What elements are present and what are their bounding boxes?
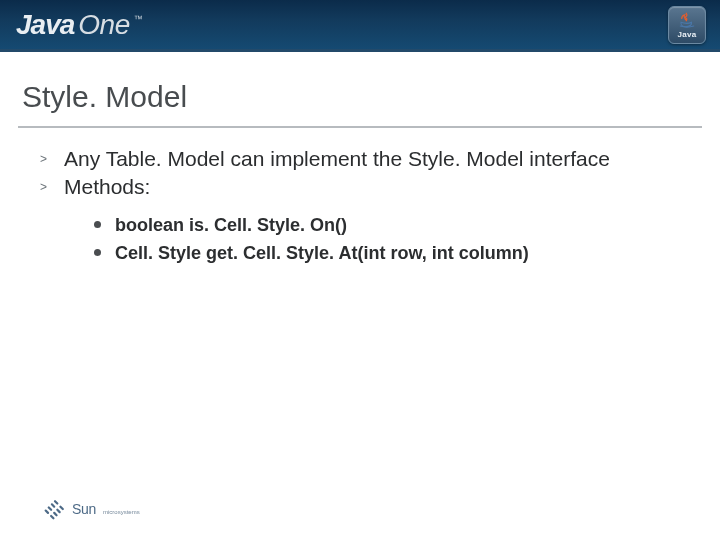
svg-rect-2 — [50, 503, 55, 508]
logo-tm: ™ — [134, 14, 143, 24]
header-bar: JavaOne™ Java — [0, 0, 720, 52]
bullet-text: boolean is. Cell. Style. On() — [115, 213, 347, 237]
sub-bullet-group: boolean is. Cell. Style. On() Cell. Styl… — [40, 203, 680, 266]
bullet-text: Cell. Style get. Cell. Style. At(int row… — [115, 241, 529, 265]
chevron-right-icon: > — [40, 146, 50, 167]
logo-one-text: One — [78, 9, 129, 41]
bullet-lvl2: Cell. Style get. Cell. Style. At(int row… — [94, 241, 680, 265]
java-badge-icon: Java — [668, 6, 706, 44]
svg-rect-7 — [50, 514, 55, 519]
svg-rect-5 — [53, 511, 58, 516]
svg-rect-4 — [47, 506, 52, 511]
sun-mark-icon — [44, 498, 66, 520]
sun-text: Sun — [72, 501, 96, 517]
bullet-text: Any Table. Model can implement the Style… — [64, 146, 610, 172]
slide-body: > Any Table. Model can implement the Sty… — [0, 128, 720, 265]
bullet-dot-icon — [94, 221, 101, 228]
bullet-lvl2: boolean is. Cell. Style. On() — [94, 213, 680, 237]
slide-title: Style. Model — [0, 52, 720, 120]
svg-rect-0 — [53, 500, 58, 505]
bullet-dot-icon — [94, 249, 101, 256]
logo-java-text: Java — [16, 9, 74, 41]
bullet-lvl1: > Methods: — [40, 174, 680, 200]
svg-rect-6 — [44, 509, 49, 514]
slide: JavaOne™ Java Style. Model > Any Table. … — [0, 0, 720, 540]
javaone-logo: JavaOne™ — [16, 9, 143, 41]
sun-logo: Sun microsystems — [44, 498, 140, 520]
bullet-text: Methods: — [64, 174, 150, 200]
svg-rect-3 — [56, 508, 61, 513]
chevron-right-icon: > — [40, 174, 50, 195]
svg-rect-1 — [59, 505, 64, 510]
sun-microsystems-text: microsystems — [103, 509, 140, 515]
bullet-lvl1: > Any Table. Model can implement the Sty… — [40, 146, 680, 172]
java-badge-text: Java — [678, 30, 697, 39]
coffee-cup-icon — [678, 11, 696, 29]
